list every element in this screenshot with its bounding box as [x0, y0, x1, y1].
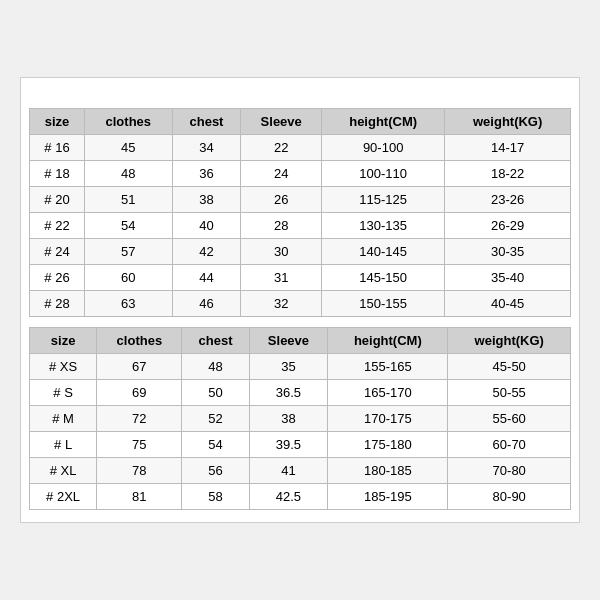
table2-header-cell: height(CM): [328, 328, 448, 354]
table-cell: 40-45: [445, 291, 571, 317]
table-cell: 78: [97, 458, 182, 484]
table-cell: 81: [97, 484, 182, 510]
table-cell: 58: [182, 484, 249, 510]
table-cell: # 18: [30, 161, 85, 187]
table1-header-cell: height(CM): [321, 109, 444, 135]
table-cell: # 28: [30, 291, 85, 317]
table-cell: 23-26: [445, 187, 571, 213]
table-cell: 44: [172, 265, 241, 291]
table2-header-cell: size: [30, 328, 97, 354]
table-cell: 55-60: [448, 406, 571, 432]
table-row: # 20513826115-12523-26: [30, 187, 571, 213]
table-cell: # S: [30, 380, 97, 406]
table-cell: 75: [97, 432, 182, 458]
table-cell: # 24: [30, 239, 85, 265]
table-cell: 34: [172, 135, 241, 161]
table-cell: 155-165: [328, 354, 448, 380]
table-cell: 145-150: [321, 265, 444, 291]
table-row: # 1645342290-10014-17: [30, 135, 571, 161]
table1-header-cell: weight(KG): [445, 109, 571, 135]
table1-header-cell: size: [30, 109, 85, 135]
table-cell: 72: [97, 406, 182, 432]
table2-header-row: sizeclotheschestSleeveheight(CM)weight(K…: [30, 328, 571, 354]
table-cell: 56: [182, 458, 249, 484]
table-cell: 54: [182, 432, 249, 458]
table-cell: # 22: [30, 213, 85, 239]
table-cell: 60: [85, 265, 172, 291]
table-cell: 51: [85, 187, 172, 213]
size-table-2: sizeclotheschestSleeveheight(CM)weight(K…: [29, 327, 571, 510]
table-cell: 36: [172, 161, 241, 187]
table-cell: # 2XL: [30, 484, 97, 510]
table-cell: 42: [172, 239, 241, 265]
table-cell: 54: [85, 213, 172, 239]
table-cell: 45-50: [448, 354, 571, 380]
section-gap: [29, 317, 571, 327]
table-cell: 90-100: [321, 135, 444, 161]
table2-header-cell: clothes: [97, 328, 182, 354]
table1-header-cell: chest: [172, 109, 241, 135]
table-cell: 80-90: [448, 484, 571, 510]
chart-container: sizeclotheschestSleeveheight(CM)weight(K…: [20, 77, 580, 523]
table-row: # M725238170-17555-60: [30, 406, 571, 432]
table-cell: 100-110: [321, 161, 444, 187]
table-cell: 28: [241, 213, 322, 239]
table-cell: # XS: [30, 354, 97, 380]
table-cell: 185-195: [328, 484, 448, 510]
table-cell: 22: [241, 135, 322, 161]
table-cell: 52: [182, 406, 249, 432]
table2-header-cell: chest: [182, 328, 249, 354]
table-cell: 38: [249, 406, 328, 432]
table-row: # L755439.5175-18060-70: [30, 432, 571, 458]
table-cell: 24: [241, 161, 322, 187]
table-cell: # M: [30, 406, 97, 432]
table-cell: 45: [85, 135, 172, 161]
table-cell: 165-170: [328, 380, 448, 406]
table2-header-cell: Sleeve: [249, 328, 328, 354]
size-table-1: sizeclotheschestSleeveheight(CM)weight(K…: [29, 108, 571, 317]
table-cell: # 20: [30, 187, 85, 213]
table-cell: # L: [30, 432, 97, 458]
table-cell: 42.5: [249, 484, 328, 510]
table-cell: 30: [241, 239, 322, 265]
table-cell: 69: [97, 380, 182, 406]
table-cell: 26: [241, 187, 322, 213]
table-row: # 18483624100-11018-22: [30, 161, 571, 187]
table-cell: 70-80: [448, 458, 571, 484]
table-row: # S695036.5165-17050-55: [30, 380, 571, 406]
table-cell: 35: [249, 354, 328, 380]
table-cell: # XL: [30, 458, 97, 484]
table-cell: 48: [85, 161, 172, 187]
table-cell: 150-155: [321, 291, 444, 317]
table1-header-cell: clothes: [85, 109, 172, 135]
table-cell: 46: [172, 291, 241, 317]
table-row: # 24574230140-14530-35: [30, 239, 571, 265]
table-cell: 31: [241, 265, 322, 291]
table-cell: 63: [85, 291, 172, 317]
table-cell: 30-35: [445, 239, 571, 265]
table-row: # 28634632150-15540-45: [30, 291, 571, 317]
table-cell: 41: [249, 458, 328, 484]
table-cell: 38: [172, 187, 241, 213]
table-cell: 50-55: [448, 380, 571, 406]
table-cell: 26-29: [445, 213, 571, 239]
table-cell: 40: [172, 213, 241, 239]
table-row: # 22544028130-13526-29: [30, 213, 571, 239]
table-cell: 170-175: [328, 406, 448, 432]
table-row: # 2XL815842.5185-19580-90: [30, 484, 571, 510]
table-cell: 48: [182, 354, 249, 380]
table1-header-cell: Sleeve: [241, 109, 322, 135]
table-cell: 180-185: [328, 458, 448, 484]
table-row: # 26604431145-15035-40: [30, 265, 571, 291]
table-cell: 60-70: [448, 432, 571, 458]
table-row: # XL785641180-18570-80: [30, 458, 571, 484]
table-cell: 36.5: [249, 380, 328, 406]
table-cell: # 16: [30, 135, 85, 161]
table-cell: 140-145: [321, 239, 444, 265]
chart-title: [29, 88, 571, 108]
table-cell: 35-40: [445, 265, 571, 291]
table2-header-cell: weight(KG): [448, 328, 571, 354]
table-row: # XS674835155-16545-50: [30, 354, 571, 380]
table-cell: # 26: [30, 265, 85, 291]
table-cell: 39.5: [249, 432, 328, 458]
